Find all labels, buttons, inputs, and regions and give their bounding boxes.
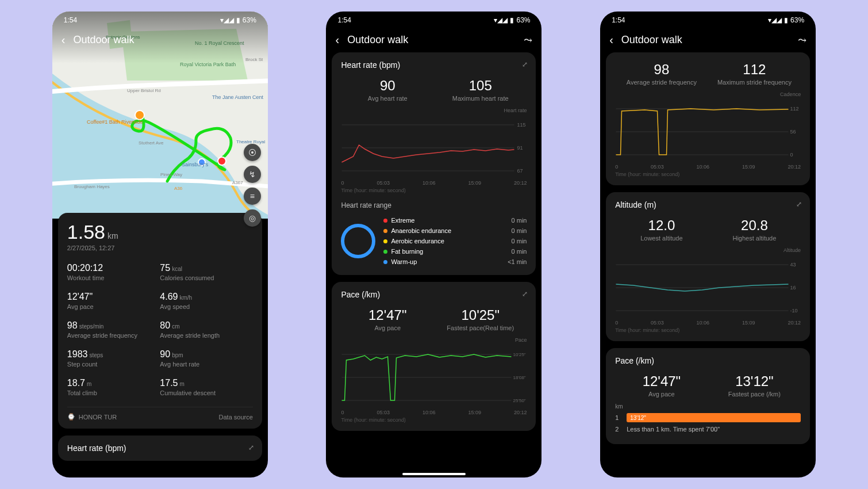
stat-item: 90bpmAvg heart rate (160, 349, 253, 368)
pace-row: 2Less than 1 km. Time spent 7'00" (615, 426, 801, 433)
detail-scroller[interactable]: Heart rate (bpm) ⤢ 90 Avg heart rate 105… (326, 52, 541, 477)
stat-item: 98steps/minAverage stride frequency (67, 320, 160, 339)
hr-zone-row: Anaerobic endurance0 min (383, 226, 527, 236)
hr-xlabel: Time (hour: minute: second) (341, 188, 527, 193)
svg-text:112: 112 (790, 106, 799, 112)
svg-text:The Jane Austen Cent: The Jane Austen Cent (212, 94, 264, 100)
header: ‹ Outdoor walk (52, 28, 268, 52)
map-type-button[interactable]: ◎ (244, 209, 261, 227)
pace-avg-label: Avg pace (341, 324, 434, 331)
expand-icon[interactable]: ⤢ (522, 290, 528, 298)
tick: 20:12 (514, 180, 527, 186)
locate-button[interactable]: ⦿ (244, 144, 261, 161)
hr-card-peek[interactable]: Heart rate (bpm) ⤢ (58, 435, 262, 461)
svg-text:Coffee#1 Bath Riverside: Coffee#1 Bath Riverside (87, 119, 143, 125)
layers-button[interactable]: ≡ (244, 188, 261, 205)
stat-item: 18.7mTotal climb (67, 378, 160, 396)
svg-text:91: 91 (517, 145, 523, 151)
back-icon[interactable]: ‹ (609, 33, 613, 47)
status-time: 1:54 (612, 16, 625, 24)
status-bar: 1:54 ▾◢◢ ▮ 63% (52, 12, 268, 28)
back-icon[interactable]: ‹ (62, 33, 66, 47)
expand-icon[interactable]: ⤢ (522, 60, 528, 68)
alt-xlabel: Time (hour: minute: second) (615, 327, 801, 333)
stat-item: 4.69km/hAvg speed (160, 292, 253, 310)
svg-text:43: 43 (790, 262, 796, 268)
home-indicator[interactable] (402, 473, 466, 475)
km-label: km (615, 403, 801, 410)
stride-xlabel: Time (hour: minute: second) (615, 171, 801, 177)
expand-icon[interactable]: ⤢ (248, 444, 254, 452)
phone-3: 1:54 ▾◢◢ ▮ 63% ‹ Outdoor walk ⤳ 98 Avera… (600, 12, 816, 477)
pace-card: Pace (/km) ⤢ 12'47" Avg pace 10'25" Fast… (332, 282, 536, 431)
wifi-icon: ▾◢◢ (768, 16, 782, 24)
tick: 15:09 (468, 180, 481, 186)
pace-ylabel: Pace (341, 337, 527, 343)
svg-text:0: 0 (790, 152, 793, 158)
battery-level: 63% (516, 16, 530, 24)
pace-avg-value: 12'47" (341, 307, 434, 323)
battery-level: 63% (790, 16, 804, 24)
data-source-label[interactable]: Data source (219, 414, 253, 421)
svg-text:Sainsbury's: Sainsbury's (182, 162, 209, 167)
hr-chart: 115 91 67 (341, 113, 527, 177)
stat-item: 1983stepsStep count (67, 349, 160, 368)
tick: 05:03 (377, 180, 390, 186)
tick: 15:09 (742, 164, 755, 170)
pace-row: 113'12" (615, 413, 801, 422)
pace-title: Pace (/km) (341, 290, 527, 299)
summary-card: 1.58 km 2/27/2025, 12:27 00:20:12Workout… (58, 213, 262, 429)
svg-point-1 (218, 157, 226, 165)
svg-text:115: 115 (517, 122, 526, 128)
svg-text:Pines Way: Pines Way (160, 172, 182, 177)
tick: 0 (615, 320, 618, 326)
hr-title: Heart rate (bpm) (341, 60, 527, 70)
header: ‹ Outdoor walk ⤳ (326, 28, 541, 52)
hr-max-label: Maximum heart rate (434, 95, 527, 102)
device-name: HONOR TUR (79, 414, 117, 421)
map-float-buttons: ⦿ ↯ ≡ ◎ (244, 144, 261, 227)
alt-title: Altitude (m) (615, 200, 801, 209)
watch-icon: ⌚ (67, 413, 75, 421)
detail-scroller-2[interactable]: 98 Average stride frequency 112 Maximum … (600, 52, 816, 477)
svg-point-2 (135, 110, 144, 120)
page-title: Outdoor walk (347, 34, 516, 46)
tick: 05:03 (377, 410, 390, 415)
pace2-title: Pace (/km) (615, 356, 801, 365)
svg-text:56: 56 (790, 129, 796, 135)
status-time: 1:54 (337, 16, 351, 24)
pace-chart: 10'25" 18'08" 25'50" (341, 343, 527, 406)
page-title: Outdoor walk (621, 34, 790, 46)
stat-item: 17.5mCumulative descent (160, 378, 253, 396)
pace2-avg-value: 12'47" (615, 373, 708, 389)
svg-text:16: 16 (790, 285, 796, 291)
hr-card: Heart rate (bpm) ⤢ 90 Avg heart rate 105… (332, 52, 536, 275)
hr-zone-row: Fat burning0 min (383, 246, 527, 257)
share-icon[interactable]: ⤳ (524, 34, 532, 47)
alt-high-label: Highest altitude (708, 235, 801, 242)
stride-card: 98 Average stride frequency 112 Maximum … (606, 52, 810, 185)
stride-max-value: 112 (708, 62, 801, 78)
stride-avg-value: 98 (615, 62, 708, 78)
expand-icon[interactable]: ⤢ (796, 200, 802, 208)
hr-card-title: Heart rate (bpm) (67, 444, 253, 453)
svg-text:A36: A36 (174, 186, 183, 191)
stat-item: 12'47"Avg pace (67, 292, 160, 310)
share-icon[interactable]: ⤳ (798, 34, 806, 47)
tick: 0 (341, 180, 344, 186)
stat-item: 80cmAverage stride length (160, 320, 253, 339)
workout-datetime: 2/27/2025, 12:27 (67, 244, 253, 251)
battery-icon: ▮ (236, 16, 240, 24)
hr-zone-row: Aerobic endurance0 min (383, 236, 527, 246)
hr-ylabel: Heart rate (341, 108, 527, 113)
back-icon[interactable]: ‹ (335, 33, 339, 47)
summary-scroller[interactable]: 1.58 km 2/27/2025, 12:27 00:20:12Workout… (58, 213, 262, 477)
tick: 0 (341, 410, 344, 415)
tick: 10:06 (423, 410, 436, 415)
stat-item: 75kcalCalories consumed (160, 263, 253, 281)
route-button[interactable]: ↯ (244, 166, 261, 183)
svg-text:-10: -10 (790, 308, 798, 314)
battery-icon: ▮ (784, 16, 788, 24)
alt-low-value: 12.0 (615, 217, 708, 234)
hr-max-value: 105 (434, 78, 527, 94)
